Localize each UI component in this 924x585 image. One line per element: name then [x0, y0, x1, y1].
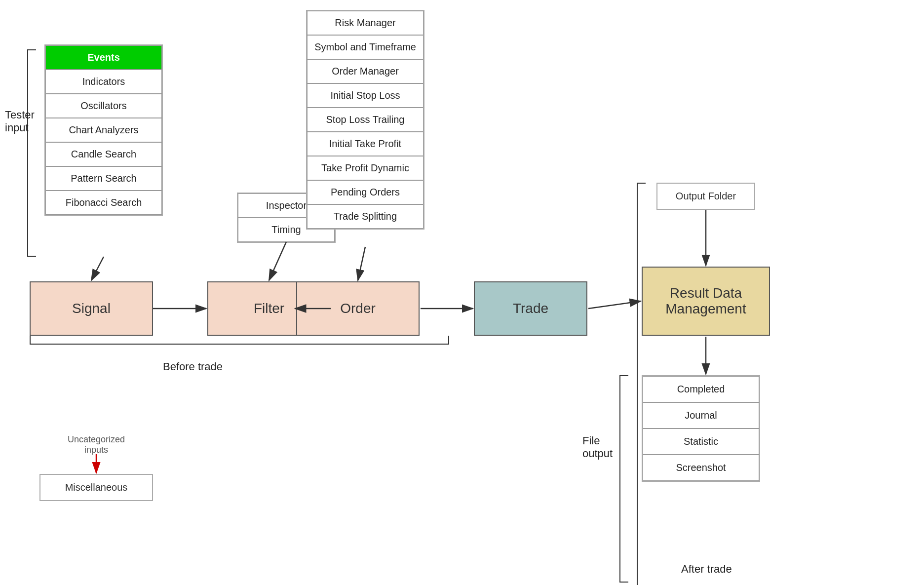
- order-item-stop-loss-trailing: Stop Loss Trailing: [307, 108, 424, 132]
- order-box: Order: [296, 281, 420, 336]
- file-output-statistic: Statistic: [643, 429, 759, 455]
- svg-line-2: [91, 257, 104, 280]
- signal-item-indicators: Indicators: [45, 70, 162, 94]
- signal-item-chart-analyzers: Chart Analyzers: [45, 118, 162, 142]
- output-folder-label: Output Folder: [676, 191, 736, 202]
- result-label: Result Data Management: [665, 285, 746, 317]
- signal-label: Signal: [72, 301, 111, 316]
- trade-box: Trade: [474, 281, 587, 336]
- order-item-initial-take-profit: Initial Take Profit: [307, 132, 424, 156]
- signal-item-candle-search: Candle Search: [45, 142, 162, 166]
- order-item-order-manager: Order Manager: [307, 59, 424, 83]
- svg-line-8: [588, 301, 641, 309]
- order-item-trade-splitting: Trade Splitting: [307, 204, 424, 229]
- signal-item-oscillators: Oscillators: [45, 94, 162, 118]
- file-output-completed: Completed: [643, 376, 759, 402]
- uncategorized-label: Uncategorizedinputs: [54, 434, 138, 455]
- order-item-symbol-timeframe: Symbol and Timeframe: [307, 35, 424, 59]
- tester-input-brace: [27, 49, 36, 257]
- file-output-journal: Journal: [643, 402, 759, 429]
- signal-item-fibonacci-search: Fibonacci Search: [45, 191, 162, 215]
- after-trade-label: After trade: [681, 563, 732, 576]
- trade-label: Trade: [513, 301, 548, 316]
- result-box: Result Data Management: [642, 267, 770, 336]
- order-label: Order: [340, 301, 376, 316]
- diagram: Testerinput Events Indicators Oscillator…: [0, 0, 924, 585]
- order-item-initial-stop-loss: Initial Stop Loss: [307, 83, 424, 108]
- order-column: Risk Manager Symbol and Timeframe Order …: [306, 10, 424, 230]
- before-trade-label: Before trade: [163, 360, 223, 373]
- tester-input-label: Testerinput: [5, 109, 35, 134]
- order-item-pending-orders: Pending Orders: [307, 180, 424, 204]
- signal-column: Events Indicators Oscillators Chart Anal…: [44, 44, 163, 216]
- signal-item-events: Events: [45, 45, 162, 70]
- signal-item-pattern-search: Pattern Search: [45, 166, 162, 191]
- svg-line-3: [269, 242, 286, 280]
- file-output-brace: [619, 375, 628, 583]
- order-item-risk-manager: Risk Manager: [307, 11, 424, 35]
- svg-line-4: [358, 247, 365, 280]
- file-output-screenshot: Screenshot: [643, 455, 759, 481]
- misc-box: Miscellaneous: [39, 474, 153, 501]
- file-output-label: Fileoutput: [582, 434, 613, 460]
- order-item-take-profit-dynamic: Take Profit Dynamic: [307, 156, 424, 180]
- output-folder-box: Output Folder: [656, 183, 755, 210]
- before-trade-brace: [30, 336, 449, 345]
- signal-box: Signal: [30, 281, 153, 336]
- misc-label: Miscellaneous: [65, 482, 128, 493]
- file-output-column: Completed Journal Statistic Screenshot: [642, 375, 760, 482]
- filter-label: Filter: [254, 301, 284, 316]
